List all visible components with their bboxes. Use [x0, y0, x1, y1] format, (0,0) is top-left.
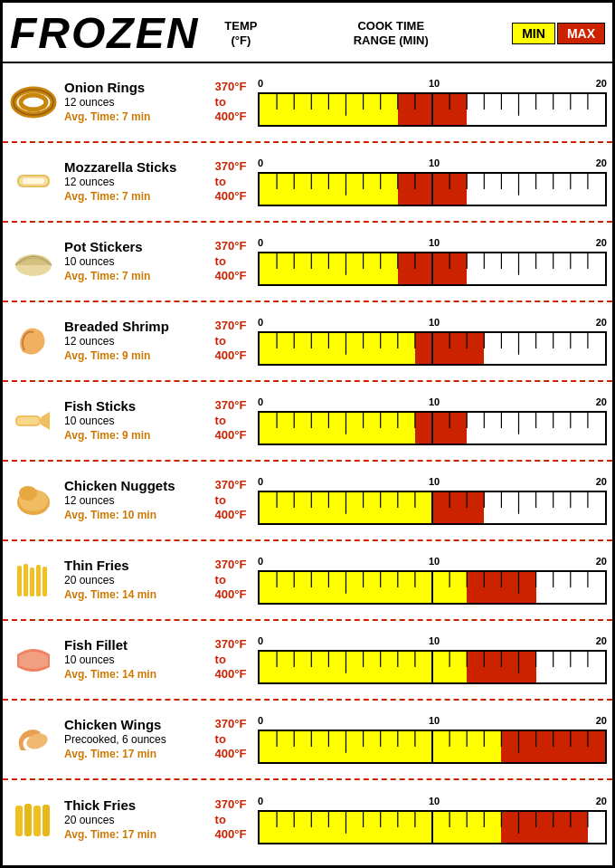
food-row-breaded-shrimp: Breaded Shrimp 12 ounces Avg. Time: 9 mi… [3, 302, 612, 382]
chart-scale-breaded-shrimp: 0 10 20 [258, 317, 607, 329]
chart-fish-sticks: 0 10 20 [256, 386, 607, 456]
scale-10: 10 [429, 237, 440, 248]
food-avg-pot-stickers: Avg. Time: 7 min [64, 270, 205, 284]
scale-0: 0 [258, 237, 263, 248]
food-avg-thin-fries: Avg. Time: 14 min [64, 588, 205, 603]
chart-onion-rings: 0 10 20 [256, 67, 607, 138]
food-info-mozzarella-sticks: Mozzarella Sticks 12 ounces Avg. Time: 7… [61, 147, 205, 217]
chart-thin-fries: 0 10 20 [256, 545, 607, 615]
food-name-pot-stickers: Pot Stickers [64, 239, 205, 255]
min-badge: MIN [512, 23, 555, 44]
food-weight-chicken-nuggets: 12 ounces [64, 494, 205, 509]
food-weight-fish-sticks: 10 ounces [64, 415, 205, 429]
chart-fish-fillet: 0 10 20 [256, 625, 607, 695]
chart-pot-stickers: 0 10 20 [256, 226, 607, 297]
food-weight-thick-fries: 20 ounces [64, 814, 205, 828]
food-icon-onion-rings [6, 67, 61, 138]
food-icon-chicken-nuggets [6, 465, 61, 536]
chart-scale-onion-rings: 0 10 20 [258, 78, 607, 91]
food-weight-breaded-shrimp: 12 ounces [64, 335, 205, 349]
food-row-thick-fries: Thick Fries 20 ounces Avg. Time: 17 min … [3, 780, 612, 860]
food-temp-fish-fillet: 370°Fto400°F [205, 625, 256, 695]
chart-scale-thick-fries: 0 10 20 [258, 796, 607, 808]
food-info-onion-rings: Onion Rings 12 ounces Avg. Time: 7 min [61, 67, 205, 138]
food-icon-thick-fries [6, 784, 61, 856]
svg-rect-126 [17, 566, 22, 596]
scale-0: 0 [258, 556, 263, 567]
scale-20: 20 [596, 78, 607, 89]
food-info-fish-fillet: Fish Fillet 10 ounces Avg. Time: 14 min [61, 625, 205, 695]
food-info-chicken-nuggets: Chicken Nuggets 12 ounces Avg. Time: 10 … [61, 465, 205, 536]
svg-rect-24 [23, 178, 44, 184]
food-temp-thick-fries: 370°Fto400°F [205, 784, 256, 856]
food-temp-mozzarella-sticks: 370°Fto400°F [205, 147, 256, 217]
food-info-fish-sticks: Fish Sticks 10 ounces Avg. Time: 9 min [61, 386, 205, 456]
food-weight-mozzarella-sticks: 12 ounces [64, 176, 205, 190]
food-name-chicken-wings: Chicken Wings [64, 717, 205, 733]
bar-thick-fries [258, 810, 607, 844]
chart-scale-fish-sticks: 0 10 20 [258, 396, 607, 409]
food-icon-pot-stickers [6, 226, 61, 297]
food-avg-mozzarella-sticks: Avg. Time: 7 min [64, 190, 205, 205]
food-avg-fish-sticks: Avg. Time: 9 min [64, 429, 205, 444]
chart-scale-thin-fries: 0 10 20 [258, 556, 607, 568]
food-temp-breaded-shrimp: 370°Fto400°F [205, 306, 256, 377]
food-icon-fish-sticks [6, 386, 61, 456]
max-badge: MAX [557, 23, 605, 44]
scale-10: 10 [429, 715, 440, 726]
food-row-chicken-nuggets: Chicken Nuggets 12 ounces Avg. Time: 10 … [3, 462, 612, 541]
scale-20: 20 [596, 476, 607, 487]
food-weight-chicken-wings: Precooked, 6 ounces [64, 733, 205, 748]
svg-point-106 [19, 486, 37, 501]
food-avg-chicken-wings: Avg. Time: 17 min [64, 748, 205, 762]
scale-10: 10 [429, 635, 440, 646]
food-row-fish-fillet: Fish Fillet 10 ounces Avg. Time: 14 min … [3, 621, 612, 701]
chart-scale-chicken-nuggets: 0 10 20 [258, 476, 607, 489]
food-icon-chicken-wings [6, 704, 61, 775]
scale-10: 10 [429, 396, 440, 407]
svg-rect-128 [30, 568, 34, 596]
food-avg-chicken-nuggets: Avg. Time: 10 min [64, 509, 205, 523]
bar-thin-fries [258, 570, 607, 605]
chart-chicken-wings: 0 10 20 [256, 704, 607, 775]
food-temp-chicken-wings: 370°Fto400°F [205, 704, 256, 775]
scale-20: 20 [596, 396, 607, 407]
food-info-chicken-wings: Chicken Wings Precooked, 6 ounces Avg. T… [61, 704, 205, 775]
food-info-breaded-shrimp: Breaded Shrimp 12 ounces Avg. Time: 9 mi… [61, 306, 205, 377]
scale-0: 0 [258, 78, 263, 89]
svg-rect-192 [43, 805, 50, 836]
food-avg-breaded-shrimp: Avg. Time: 9 min [64, 349, 205, 364]
scale-10: 10 [429, 317, 440, 328]
temp-label: TEMP(°F) [213, 19, 268, 47]
scale-10: 10 [429, 476, 440, 487]
bar-mozzarella-sticks [258, 172, 607, 206]
frozen-title: FROZEN [10, 8, 199, 58]
svg-rect-190 [24, 804, 32, 836]
food-weight-thin-fries: 20 ounces [64, 574, 205, 588]
food-name-thin-fries: Thin Fries [64, 558, 205, 574]
food-temp-pot-stickers: 370°Fto400°F [205, 226, 256, 297]
food-temp-thin-fries: 370°Fto400°F [205, 545, 256, 615]
food-row-fish-sticks: Fish Sticks 10 ounces Avg. Time: 9 min 3… [3, 382, 612, 462]
chart-scale-mozzarella-sticks: 0 10 20 [258, 157, 607, 170]
food-name-onion-rings: Onion Rings [64, 80, 205, 96]
scale-20: 20 [596, 556, 607, 567]
min-max-badges: MIN MAX [512, 23, 605, 44]
header: FROZEN TEMP(°F) COOK TIMERANGE (MIN) MIN… [3, 3, 612, 63]
scale-10: 10 [429, 796, 440, 806]
bar-onion-rings [258, 92, 607, 127]
bar-chicken-wings [258, 730, 607, 764]
scale-20: 20 [596, 237, 607, 248]
scale-10: 10 [429, 78, 440, 89]
food-avg-thick-fries: Avg. Time: 17 min [64, 828, 205, 843]
food-name-breaded-shrimp: Breaded Shrimp [64, 319, 205, 335]
scale-20: 20 [596, 635, 607, 646]
chart-mozzarella-sticks: 0 10 20 [256, 147, 607, 217]
food-name-mozzarella-sticks: Mozzarella Sticks [64, 159, 205, 176]
food-temp-onion-rings: 370°Fto400°F [205, 67, 256, 138]
chart-breaded-shrimp: 0 10 20 [256, 306, 607, 377]
bar-breaded-shrimp [258, 331, 607, 366]
bar-fish-fillet [258, 650, 607, 684]
food-row-mozzarella-sticks: Mozzarella Sticks 12 ounces Avg. Time: 7… [3, 143, 612, 223]
scale-20: 20 [596, 796, 607, 806]
